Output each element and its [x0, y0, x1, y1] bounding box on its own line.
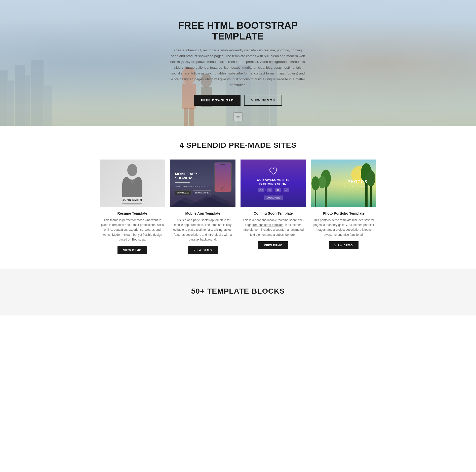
mobile-card-name: Mobile App Template — [170, 211, 235, 215]
cards-grid: JOHN SMITH Resume Template This theme is… — [100, 160, 376, 254]
mountain-graphic — [170, 192, 235, 207]
premade-section: 4 SPLENDID PRE-MADE SITES JOHN SMITH — [0, 126, 476, 269]
coming-soon-timer: 318 : 10 : 18 : 57 — [258, 188, 289, 192]
hero-description: Create a beautiful, responsive, mobile-f… — [170, 48, 306, 88]
template-blocks-section: 50+ TEMPLATE BLOCKS — [0, 269, 476, 316]
timer-minutes: 18 — [275, 188, 281, 192]
premade-section-title: 4 SPLENDID PRE-MADE SITES — [8, 141, 468, 149]
resume-card-name: Resume Template — [100, 211, 165, 215]
scroll-down-button[interactable] — [233, 112, 243, 121]
mobile-app-card: MOBILE APP SHOWCASE Some creative descri… — [170, 160, 235, 254]
svg-rect-4 — [31, 60, 44, 126]
chevron-down-icon — [236, 115, 240, 119]
svg-point-17 — [127, 164, 137, 176]
coming-soon-thumbnail: OUR AWESOME SITE IS COMING SOON! 318 : 1… — [241, 160, 306, 207]
hero-title: FREE HTML BOOTSTRAP TEMPLATE — [170, 20, 306, 42]
svg-point-24 — [319, 176, 326, 188]
view-demos-button[interactable]: VIEW DEMOS — [244, 95, 282, 106]
coming-soon-cta[interactable]: SUBSCRIBE — [264, 195, 283, 200]
timer-seconds: 57 — [284, 188, 289, 192]
svg-rect-1 — [8, 81, 14, 126]
timer-days: 318 — [258, 188, 264, 192]
mobile-app-title-line1: MOBILE APP — [175, 172, 211, 176]
svg-rect-2 — [15, 65, 25, 126]
photo-title: PHOTOS — [344, 180, 371, 184]
svg-rect-5 — [44, 86, 52, 126]
mobile-card-desc: This is a one-page Bootstrap template fo… — [170, 218, 235, 242]
svg-rect-3 — [25, 75, 30, 126]
mobile-app-overlay: MOBILE APP SHOWCASE Some creative descri… — [175, 172, 211, 195]
free-bootstrap-link[interactable]: free bootstrap template — [252, 223, 283, 227]
mobile-app-subtitle: Some creative description goes here — [175, 185, 208, 188]
hero-buttons: FREE DOWNLOAD VIEW DEMOS — [170, 95, 306, 106]
photo-card-name: Photo Portfolio Template — [311, 211, 376, 215]
blocks-section-title: 50+ TEMPLATE BLOCKS — [8, 287, 468, 295]
hero-content: FREE HTML BOOTSTRAP TEMPLATE Create a be… — [165, 20, 311, 106]
photo-subtitle: VIEW THE GALLERY — [344, 185, 371, 187]
svg-rect-14 — [189, 108, 194, 126]
coming-soon-main-text: OUR AWESOME SITE IS COMING SOON! — [257, 178, 290, 186]
heart-icon — [269, 167, 278, 176]
resume-card: JOHN SMITH Resume Template This theme is… — [100, 160, 165, 254]
svg-point-26 — [311, 176, 320, 190]
photo-portfolio-card: PHOTOS VIEW THE GALLERY Photo Portfolio … — [311, 160, 376, 254]
mobile-app-title-line2: SHOWCASE — [175, 176, 211, 180]
resume-thumbnail: JOHN SMITH — [100, 160, 165, 207]
photo-card-desc: This portfolio demo template includes se… — [311, 218, 376, 237]
photo-overlay: PHOTOS VIEW THE GALLERY — [344, 180, 371, 187]
coming-soon-card-desc: This is a neat and laconic "coming soon"… — [241, 218, 306, 237]
timer-hours: 10 — [267, 188, 272, 192]
photo-view-demo-button[interactable]: VIEW DEMO — [329, 241, 358, 249]
mobile-view-demo-button[interactable]: VIEW DEMO — [188, 246, 217, 254]
resume-card-desc: This theme is perfect for those who want… — [100, 218, 165, 242]
mobile-phone-graphic — [214, 162, 232, 192]
coming-soon-card-name: Coming Soon Template — [241, 211, 306, 215]
svg-rect-0 — [0, 70, 8, 126]
resume-view-demo-button[interactable]: VIEW DEMO — [117, 246, 147, 254]
hero-section: FREE HTML BOOTSTRAP TEMPLATE Create a be… — [0, 0, 476, 126]
coming-soon-view-demo-button[interactable]: VIEW DEMO — [258, 241, 288, 249]
free-download-button[interactable]: FREE DOWNLOAD — [194, 95, 241, 106]
coming-soon-card: OUR AWESOME SITE IS COMING SOON! 318 : 1… — [241, 160, 306, 254]
resume-person-graphic — [120, 162, 145, 197]
svg-rect-13 — [184, 108, 188, 126]
mobile-thumbnail: MOBILE APP SHOWCASE Some creative descri… — [170, 160, 235, 207]
photo-thumbnail: PHOTOS VIEW THE GALLERY — [311, 160, 376, 207]
resume-preview: JOHN SMITH — [100, 160, 165, 207]
